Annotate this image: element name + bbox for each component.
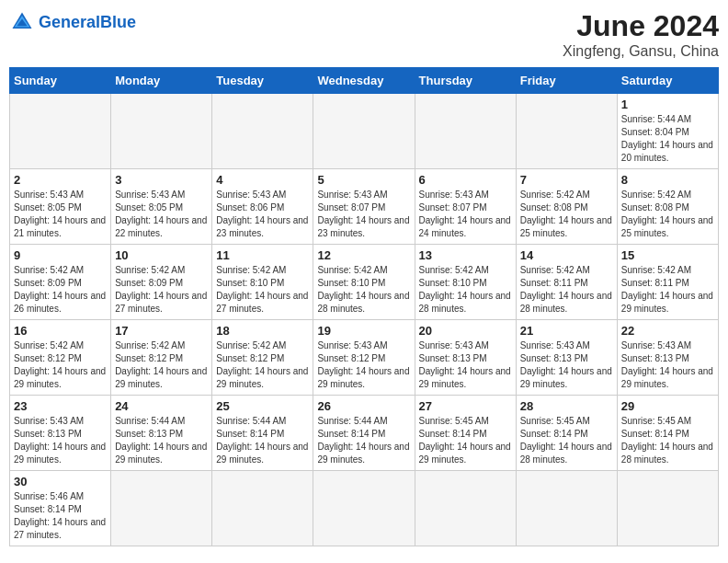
day-cell-27: 27Sunrise: 5:45 AMSunset: 8:14 PMDayligh… <box>415 396 516 471</box>
day-number: 5 <box>317 173 410 187</box>
weekday-header-row: SundayMondayTuesdayWednesdayThursdayFrid… <box>10 68 719 94</box>
day-number: 19 <box>317 324 410 338</box>
day-info: Sunrise: 5:42 AMSunset: 8:11 PMDaylight:… <box>520 264 613 316</box>
day-info: Sunrise: 5:42 AMSunset: 8:09 PMDaylight:… <box>115 264 208 316</box>
empty-cell <box>313 471 415 546</box>
day-cell-15: 15Sunrise: 5:42 AMSunset: 8:11 PMDayligh… <box>617 245 718 320</box>
day-cell-28: 28Sunrise: 5:45 AMSunset: 8:14 PMDayligh… <box>516 396 617 471</box>
day-info: Sunrise: 5:42 AMSunset: 8:09 PMDaylight:… <box>14 264 107 316</box>
day-number: 20 <box>419 324 512 338</box>
day-number: 1 <box>621 98 714 111</box>
day-number: 8 <box>621 173 714 187</box>
weekday-header-monday: Monday <box>111 68 212 94</box>
day-number: 18 <box>216 324 309 338</box>
day-number: 3 <box>115 173 208 187</box>
day-cell-1: 1Sunrise: 5:44 AMSunset: 8:04 PMDaylight… <box>617 94 718 169</box>
day-number: 10 <box>115 248 208 262</box>
day-info: Sunrise: 5:43 AMSunset: 8:06 PMDaylight:… <box>216 189 309 240</box>
weekday-header-thursday: Thursday <box>415 68 516 94</box>
empty-cell <box>111 94 212 169</box>
day-info: Sunrise: 5:43 AMSunset: 8:07 PMDaylight:… <box>317 189 410 240</box>
weekday-header-saturday: Saturday <box>617 68 718 94</box>
day-number: 15 <box>621 248 714 262</box>
day-cell-30: 30Sunrise: 5:46 AMSunset: 8:14 PMDayligh… <box>10 471 111 546</box>
day-cell-2: 2Sunrise: 5:43 AMSunset: 8:05 PMDaylight… <box>10 169 111 245</box>
day-info: Sunrise: 5:45 AMSunset: 8:14 PMDaylight:… <box>419 415 512 466</box>
calendar-row-1: 2Sunrise: 5:43 AMSunset: 8:05 PMDaylight… <box>10 169 719 245</box>
weekday-header-wednesday: Wednesday <box>313 68 415 94</box>
day-info: Sunrise: 5:44 AMSunset: 8:14 PMDaylight:… <box>216 415 309 466</box>
day-info: Sunrise: 5:44 AMSunset: 8:14 PMDaylight:… <box>317 415 410 466</box>
day-number: 9 <box>14 248 107 262</box>
empty-cell <box>10 94 111 169</box>
day-info: Sunrise: 5:46 AMSunset: 8:14 PMDaylight:… <box>14 490 107 542</box>
day-number: 21 <box>520 324 613 338</box>
day-number: 29 <box>621 399 714 413</box>
day-info: Sunrise: 5:42 AMSunset: 8:10 PMDaylight:… <box>419 264 512 316</box>
day-info: Sunrise: 5:45 AMSunset: 8:14 PMDaylight:… <box>520 415 613 466</box>
day-cell-12: 12Sunrise: 5:42 AMSunset: 8:10 PMDayligh… <box>313 245 415 320</box>
empty-cell <box>516 471 617 546</box>
calendar-table: SundayMondayTuesdayWednesdayThursdayFrid… <box>9 67 719 546</box>
day-info: Sunrise: 5:43 AMSunset: 8:13 PMDaylight:… <box>621 339 714 391</box>
day-info: Sunrise: 5:45 AMSunset: 8:14 PMDaylight:… <box>621 415 714 466</box>
day-number: 2 <box>14 173 107 187</box>
day-info: Sunrise: 5:42 AMSunset: 8:10 PMDaylight:… <box>216 264 309 316</box>
calendar-row-3: 16Sunrise: 5:42 AMSunset: 8:12 PMDayligh… <box>10 320 719 396</box>
weekday-header-friday: Friday <box>516 68 617 94</box>
logo-text: GeneralBlue <box>39 13 136 31</box>
day-info: Sunrise: 5:43 AMSunset: 8:05 PMDaylight:… <box>115 189 208 240</box>
calendar-row-2: 9Sunrise: 5:42 AMSunset: 8:09 PMDaylight… <box>10 245 719 320</box>
day-cell-4: 4Sunrise: 5:43 AMSunset: 8:06 PMDaylight… <box>212 169 313 245</box>
day-number: 23 <box>14 399 107 413</box>
day-info: Sunrise: 5:43 AMSunset: 8:12 PMDaylight:… <box>317 339 410 391</box>
day-info: Sunrise: 5:43 AMSunset: 8:05 PMDaylight:… <box>14 189 107 240</box>
day-number: 17 <box>115 324 208 338</box>
day-cell-5: 5Sunrise: 5:43 AMSunset: 8:07 PMDaylight… <box>313 169 415 245</box>
month-title: June 2024 <box>563 9 719 43</box>
day-info: Sunrise: 5:42 AMSunset: 8:08 PMDaylight:… <box>520 189 613 240</box>
day-cell-22: 22Sunrise: 5:43 AMSunset: 8:13 PMDayligh… <box>617 320 718 396</box>
empty-cell <box>111 471 212 546</box>
day-cell-23: 23Sunrise: 5:43 AMSunset: 8:13 PMDayligh… <box>10 396 111 471</box>
day-number: 11 <box>216 248 309 262</box>
day-cell-6: 6Sunrise: 5:43 AMSunset: 8:07 PMDaylight… <box>415 169 516 245</box>
day-number: 27 <box>419 399 512 413</box>
day-cell-19: 19Sunrise: 5:43 AMSunset: 8:12 PMDayligh… <box>313 320 415 396</box>
day-number: 6 <box>419 173 512 187</box>
day-cell-11: 11Sunrise: 5:42 AMSunset: 8:10 PMDayligh… <box>212 245 313 320</box>
day-info: Sunrise: 5:43 AMSunset: 8:13 PMDaylight:… <box>520 339 613 391</box>
day-number: 26 <box>317 399 410 413</box>
calendar-row-4: 23Sunrise: 5:43 AMSunset: 8:13 PMDayligh… <box>10 396 719 471</box>
day-cell-21: 21Sunrise: 5:43 AMSunset: 8:13 PMDayligh… <box>516 320 617 396</box>
logo: GeneralBlue <box>9 9 136 35</box>
empty-cell <box>516 94 617 169</box>
empty-cell <box>212 94 313 169</box>
day-number: 22 <box>621 324 714 338</box>
day-cell-26: 26Sunrise: 5:44 AMSunset: 8:14 PMDayligh… <box>313 396 415 471</box>
day-number: 4 <box>216 173 309 187</box>
day-cell-29: 29Sunrise: 5:45 AMSunset: 8:14 PMDayligh… <box>617 396 718 471</box>
empty-cell <box>212 471 313 546</box>
day-cell-17: 17Sunrise: 5:42 AMSunset: 8:12 PMDayligh… <box>111 320 212 396</box>
day-number: 30 <box>14 475 107 488</box>
day-info: Sunrise: 5:43 AMSunset: 8:07 PMDaylight:… <box>419 189 512 240</box>
empty-cell <box>415 94 516 169</box>
day-cell-10: 10Sunrise: 5:42 AMSunset: 8:09 PMDayligh… <box>111 245 212 320</box>
day-info: Sunrise: 5:43 AMSunset: 8:13 PMDaylight:… <box>14 415 107 466</box>
day-cell-24: 24Sunrise: 5:44 AMSunset: 8:13 PMDayligh… <box>111 396 212 471</box>
day-number: 16 <box>14 324 107 338</box>
day-number: 13 <box>419 248 512 262</box>
logo-icon <box>9 9 35 35</box>
day-info: Sunrise: 5:42 AMSunset: 8:08 PMDaylight:… <box>621 189 714 240</box>
day-info: Sunrise: 5:42 AMSunset: 8:12 PMDaylight:… <box>216 339 309 391</box>
day-cell-18: 18Sunrise: 5:42 AMSunset: 8:12 PMDayligh… <box>212 320 313 396</box>
empty-cell <box>415 471 516 546</box>
calendar-row-0: 1Sunrise: 5:44 AMSunset: 8:04 PMDaylight… <box>10 94 719 169</box>
header: GeneralBlue June 2024 Xingfeng, Gansu, C… <box>9 9 719 60</box>
day-info: Sunrise: 5:43 AMSunset: 8:13 PMDaylight:… <box>419 339 512 391</box>
weekday-header-sunday: Sunday <box>10 68 111 94</box>
day-number: 25 <box>216 399 309 413</box>
day-cell-7: 7Sunrise: 5:42 AMSunset: 8:08 PMDaylight… <box>516 169 617 245</box>
day-info: Sunrise: 5:44 AMSunset: 8:04 PMDaylight:… <box>621 113 714 165</box>
